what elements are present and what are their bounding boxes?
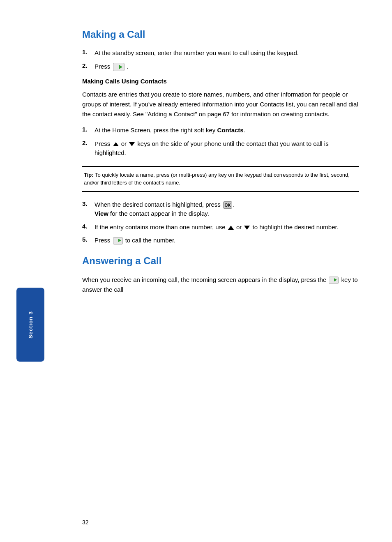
- step-3: 3. When the desired contact is highlight…: [82, 200, 359, 219]
- making-calls-subheading: Making Calls Using Contacts: [82, 78, 359, 85]
- contact-step-2-num: 2.: [82, 139, 95, 146]
- section-tab-label: Section 3: [28, 311, 34, 339]
- tip-text: To quickly locate a name, press (or mult…: [84, 172, 350, 186]
- arrow-up-icon-1: [113, 142, 119, 146]
- step-3-text: When the desired contact is highlighted,…: [95, 200, 359, 219]
- contact-step-1-text: At the Home Screen, press the right soft…: [95, 126, 359, 135]
- send-icon-step5: [113, 237, 123, 244]
- section-tab: Section 3: [16, 288, 44, 362]
- step-5: 5. Press to call the number.: [82, 236, 359, 245]
- send-icon-answer: [329, 277, 339, 284]
- contact-step-1: 1. At the Home Screen, press the right s…: [82, 126, 359, 135]
- main-content: Making a Call 1. At the standby screen, …: [82, 29, 359, 295]
- step-1: 1. At the standby screen, enter the numb…: [82, 48, 359, 58]
- or-text-2: or: [236, 224, 244, 231]
- page-container: Section 3 Making a Call 1. At the standb…: [0, 0, 392, 542]
- step-4: 4. If the entry contains more than one n…: [82, 223, 359, 232]
- contact-step-2-text: Press or keys on the side of your phone …: [95, 139, 359, 158]
- contacts-description: Contacts are entries that you create to …: [82, 90, 359, 119]
- more-steps: 3. When the desired contact is highlight…: [82, 200, 359, 245]
- contact-step-2: 2. Press or keys on the side of your pho…: [82, 139, 359, 158]
- page-number: 32: [82, 519, 89, 526]
- step-2-text: Press .: [95, 62, 359, 71]
- step-4-num: 4.: [82, 223, 95, 230]
- step-3-num: 3.: [82, 200, 95, 207]
- answering-a-call-heading: Answering a Call: [82, 255, 359, 267]
- contacts-label: Contacts: [217, 127, 243, 134]
- making-a-call-steps: 1. At the standby screen, enter the numb…: [82, 48, 359, 71]
- view-label: View: [95, 210, 108, 217]
- step-2: 2. Press .: [82, 62, 359, 71]
- ok-icon: OK: [223, 201, 232, 209]
- tip-box: Tip: To quickly locate a name, press (or…: [82, 166, 359, 192]
- contact-step-1-num: 1.: [82, 126, 95, 133]
- answering-body: When you receive an incoming call, the I…: [82, 275, 359, 295]
- arrow-down-icon-2: [244, 226, 250, 230]
- contact-steps: 1. At the Home Screen, press the right s…: [82, 126, 359, 158]
- step-1-num: 1.: [82, 48, 95, 55]
- step-1-text: At the standby screen, enter the number …: [95, 48, 359, 58]
- step-5-num: 5.: [82, 236, 95, 243]
- step-5-text: Press to call the number.: [95, 236, 359, 245]
- step-2-num: 2.: [82, 62, 95, 69]
- making-a-call-heading: Making a Call: [82, 29, 359, 40]
- arrow-up-icon-2: [228, 226, 234, 230]
- send-icon-step2: [113, 63, 125, 71]
- tip-label: Tip:: [84, 172, 94, 178]
- arrow-down-icon-1: [129, 142, 135, 146]
- step-4-text: If the entry contains more than one numb…: [95, 223, 359, 232]
- or-text: or: [121, 140, 129, 147]
